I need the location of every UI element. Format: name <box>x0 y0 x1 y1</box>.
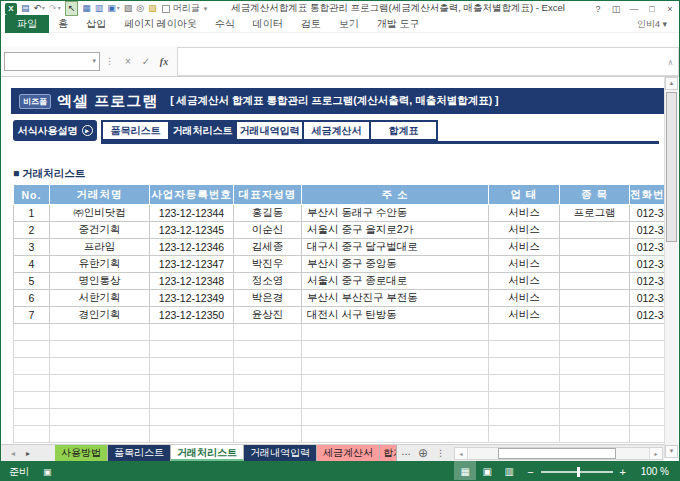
col-header-4[interactable]: 주 소 <box>302 185 489 205</box>
zoom-slider-thumb[interactable] <box>577 467 580 477</box>
cell[interactable]: 박진우 <box>234 256 302 273</box>
cell[interactable] <box>560 256 630 273</box>
guide-button[interactable]: 서식사용설명 ▸ <box>13 120 97 141</box>
horizontal-scrollbar[interactable]: ◂ ▸ <box>454 447 663 460</box>
empty-cell[interactable] <box>489 392 560 409</box>
cell[interactable]: 경인기획 <box>50 307 150 324</box>
cell[interactable]: 서비스 <box>489 290 560 307</box>
scroll-up-icon[interactable]: ▲ <box>665 77 678 90</box>
empty-cell[interactable] <box>560 409 630 426</box>
cell[interactable]: 2 <box>14 222 50 239</box>
empty-cell[interactable] <box>560 426 630 443</box>
cell[interactable]: 4 <box>14 256 50 273</box>
empty-cell[interactable] <box>234 426 302 443</box>
window-icon[interactable]: ▣ <box>107 2 116 15</box>
empty-cell[interactable] <box>234 358 302 375</box>
empty-cell[interactable] <box>302 341 489 358</box>
enter-entry-button[interactable]: ✓ <box>137 56 155 67</box>
cell[interactable]: 서비스 <box>489 205 560 222</box>
undo-icon[interactable]: ↶ <box>34 2 42 15</box>
col-header-2[interactable]: 사업자등록번호 <box>150 185 234 205</box>
cell[interactable]: 윤상진 <box>234 307 302 324</box>
sheet-tab-2[interactable]: 거래처리스트 <box>171 445 244 461</box>
cell[interactable]: 박은경 <box>234 290 302 307</box>
select-arrow-icon[interactable]: ↖ <box>65 1 79 16</box>
cell[interactable] <box>560 307 630 324</box>
empty-cell[interactable] <box>302 358 489 375</box>
col-header-3[interactable]: 대표자성명 <box>234 185 302 205</box>
empty-cell[interactable] <box>489 426 560 443</box>
next-sheet-icon[interactable]: ▸ <box>26 449 30 458</box>
empty-cell[interactable] <box>50 324 150 341</box>
ribbon-tab-0[interactable]: 파일 <box>5 15 49 33</box>
paste-icon[interactable]: ▧ <box>124 2 133 15</box>
cell[interactable]: 서비스 <box>489 273 560 290</box>
empty-cell[interactable] <box>234 392 302 409</box>
save-icon[interactable]: ▤ <box>21 2 30 15</box>
cell[interactable]: 프라임 <box>50 239 150 256</box>
nav-button-4[interactable]: 합계표 <box>369 120 438 141</box>
sheet-tab-5[interactable]: 합계표 <box>380 445 397 461</box>
formula-input[interactable] <box>177 47 663 76</box>
cell[interactable] <box>560 290 630 307</box>
cell[interactable]: 123-12-12348 <box>150 273 234 290</box>
page-break-view-button[interactable]: ▥ <box>498 461 520 481</box>
ribbon-tab-8[interactable]: 개발 도구 <box>368 15 429 33</box>
redo-icon[interactable]: ↷ <box>49 2 57 15</box>
maximize-button[interactable]: □ <box>643 2 661 16</box>
ribbon-tab-2[interactable]: 삽입 <box>77 15 115 33</box>
nav-button-3[interactable]: 세금계산서 <box>302 120 371 141</box>
cell[interactable]: 123-12-12347 <box>150 256 234 273</box>
borders-icon[interactable]: ▦ <box>82 2 91 15</box>
cell[interactable]: 정소영 <box>234 273 302 290</box>
empty-cell[interactable] <box>14 375 50 392</box>
cell[interactable]: 서울시 중구 을지로2가 <box>302 222 489 239</box>
vertical-scroll-thumb[interactable] <box>666 92 677 242</box>
sheet-tab-4[interactable]: 세금계산서 <box>317 445 380 461</box>
cell[interactable]: 중건기획 <box>50 222 150 239</box>
empty-cell[interactable] <box>150 426 234 443</box>
cell[interactable]: 7 <box>14 307 50 324</box>
nav-button-0[interactable]: 품목리스트 <box>101 120 170 141</box>
empty-cell[interactable] <box>234 324 302 341</box>
cell[interactable]: 123-12-12344 <box>150 205 234 222</box>
window-caret-icon[interactable]: ▾ <box>117 2 120 15</box>
cell[interactable]: 6 <box>14 290 50 307</box>
cell[interactable]: 서비스 <box>489 256 560 273</box>
macro-record-icon[interactable]: ▣ <box>43 467 52 477</box>
cell[interactable]: 서비스 <box>489 222 560 239</box>
cell[interactable]: 유한기획 <box>50 256 150 273</box>
close-button[interactable]: × <box>661 2 679 16</box>
empty-cell[interactable] <box>150 409 234 426</box>
cell[interactable]: 대구시 중구 달구벌대로 <box>302 239 489 256</box>
empty-cell[interactable] <box>302 426 489 443</box>
cell[interactable]: 123-12-12350 <box>150 307 234 324</box>
empty-cell[interactable] <box>234 409 302 426</box>
zoom-in-button[interactable]: + <box>613 466 633 478</box>
empty-cell[interactable] <box>14 426 50 443</box>
cell[interactable]: 홍길동 <box>234 205 302 222</box>
empty-cell[interactable] <box>489 341 560 358</box>
scroll-left-icon[interactable]: ◂ <box>455 448 468 459</box>
header-toggle[interactable]: 머리글 <box>162 2 200 15</box>
excel-logo[interactable]: X <box>5 3 17 15</box>
empty-cell[interactable] <box>50 358 150 375</box>
help-button[interactable]: ? <box>589 2 607 16</box>
cell[interactable]: 123-12-12349 <box>150 290 234 307</box>
empty-cell[interactable] <box>489 409 560 426</box>
empty-cell[interactable] <box>14 409 50 426</box>
empty-cell[interactable] <box>50 341 150 358</box>
cell[interactable] <box>560 273 630 290</box>
horizontal-scroll-thumb[interactable] <box>498 448 616 459</box>
ribbon-tab-6[interactable]: 검토 <box>292 15 330 33</box>
cell[interactable]: 3 <box>14 239 50 256</box>
tab-bar-more-icon[interactable]: ⋮ <box>431 445 450 461</box>
header-checkbox[interactable] <box>162 5 170 13</box>
empty-cell[interactable] <box>560 358 630 375</box>
cell[interactable]: 부산시 동래구 수안동 <box>302 205 489 222</box>
empty-cell[interactable] <box>302 375 489 392</box>
empty-cell[interactable] <box>489 375 560 392</box>
ribbon-tab-7[interactable]: 보기 <box>330 15 368 33</box>
ribbon-tab-4[interactable]: 수식 <box>206 15 244 33</box>
cell[interactable]: 서비스 <box>489 307 560 324</box>
